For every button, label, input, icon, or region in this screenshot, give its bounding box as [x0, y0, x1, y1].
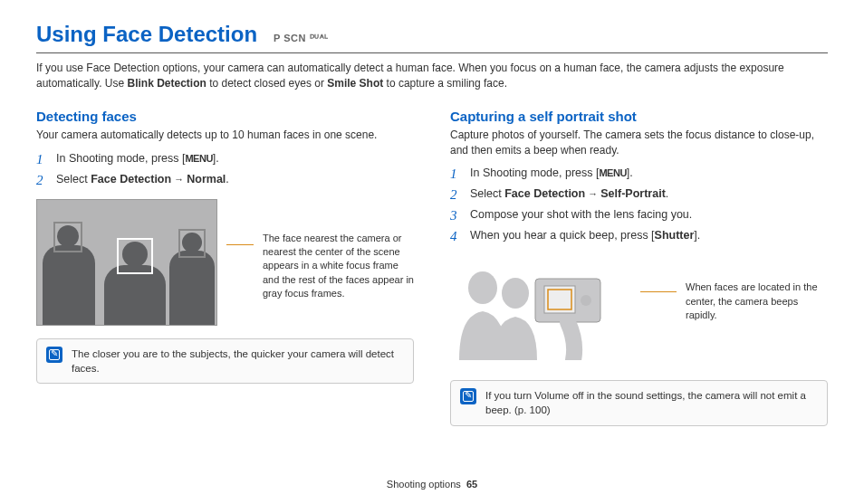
step-text: Select Face Detection → Normal. [56, 173, 229, 188]
step-number: 4 [450, 229, 461, 244]
step-pre: Select [56, 173, 91, 185]
intro-text-mid: to detect closed eyes or [206, 77, 327, 90]
left-step-1: 1 In Shooting mode, press [MENU]. [36, 152, 414, 167]
face-detect-figure [36, 199, 217, 326]
left-desc: Your camera automatically detects up to … [36, 128, 414, 143]
step-bold: Shutter [655, 229, 695, 242]
step-pre: When you hear a quick beep, press [ [470, 229, 655, 242]
note-icon [46, 347, 62, 363]
arrow-icon: → [171, 174, 187, 185]
step-pre: In Shooting mode, press [ [56, 152, 185, 165]
title-divider [36, 52, 828, 53]
page-title: Using Face Detection [36, 22, 257, 47]
left-heading: Detecting faces [36, 109, 414, 124]
step-number: 2 [450, 187, 461, 203]
left-column: Detecting faces Your camera automaticall… [36, 109, 414, 426]
step-pre: Select [470, 187, 504, 200]
intro-text-end: to capture a smiling face. [383, 77, 507, 90]
right-step-3: 3 Compose your shot with the lens facing… [450, 208, 828, 223]
footer-section: Shooting options [387, 479, 461, 490]
left-note-box: The closer you are to the subjects, the … [36, 338, 414, 384]
step-text: When you hear a quick beep, press [Shutt… [470, 229, 700, 244]
step-pre: In Shooting mode, press [ [470, 166, 599, 179]
step-text: In Shooting mode, press [MENU]. [56, 152, 219, 167]
intro-paragraph: If you use Face Detection options, your … [36, 61, 828, 92]
step-text: In Shooting mode, press [MENU]. [470, 166, 633, 182]
selfie-callout: When faces are located in the center, th… [686, 281, 828, 322]
right-desc: Capture photos of yourself. The camera s… [450, 128, 828, 158]
svg-point-5 [581, 295, 591, 306]
menu-key-icon: MENU [185, 153, 212, 164]
arrow-icon: → [585, 188, 600, 199]
step-post: . [226, 173, 228, 185]
step-post: ]. [694, 229, 700, 242]
step-bold: Face Detection [91, 173, 171, 185]
step-post: ]. [213, 152, 219, 165]
step-number: 2 [36, 173, 47, 188]
page-footer: Shooting options 65 [0, 479, 864, 490]
left-step-2: 2 Select Face Detection → Normal. [36, 173, 414, 188]
right-note-text: If you turn Volume off in the sound sett… [485, 388, 818, 417]
step-number: 1 [36, 152, 47, 167]
right-column: Capturing a self portrait shot Capture p… [450, 109, 828, 426]
note-icon [460, 388, 476, 404]
footer-page-number: 65 [466, 479, 477, 490]
svg-point-1 [502, 278, 529, 309]
menu-key-icon: MENU [599, 167, 626, 178]
svg-point-0 [468, 271, 497, 304]
right-note-box: If you turn Volume off in the sound sett… [450, 380, 828, 425]
left-note-text: The closer you are to the subjects, the … [72, 347, 404, 376]
step-number: 1 [450, 166, 461, 182]
right-heading: Capturing a self portrait shot [450, 109, 828, 124]
step-text: Compose your shot with the lens facing y… [470, 208, 692, 223]
right-step-4: 4 When you hear a quick beep, press [Shu… [450, 229, 828, 244]
step-bold: Self-Portrait [600, 187, 666, 200]
intro-bold-smile: Smile Shot [327, 77, 383, 90]
step-bold: Face Detection [504, 187, 585, 200]
step-bold: Normal [187, 173, 226, 185]
figure-callout: The face nearest the camera or nearest t… [263, 232, 414, 301]
step-post: . [666, 187, 668, 200]
intro-bold-blink: Blink Detection [127, 77, 206, 90]
selfie-figure [450, 261, 631, 360]
right-step-1: 1 In Shooting mode, press [MENU]. [450, 166, 828, 182]
step-post: ]. [627, 166, 633, 179]
callout-line [226, 244, 254, 245]
callout-line [640, 291, 677, 292]
right-step-2: 2 Select Face Detection → Self-Portrait. [450, 187, 828, 203]
step-number: 3 [450, 208, 461, 223]
step-text: Select Face Detection → Self-Portrait. [470, 187, 668, 203]
mode-icons: P SCN ᴰᵁᴬᴸ [274, 33, 328, 44]
